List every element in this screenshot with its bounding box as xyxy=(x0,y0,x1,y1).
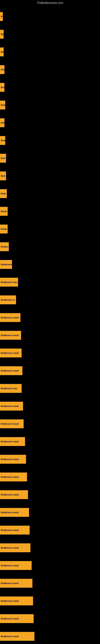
bar-label-23: Bottleneck result xyxy=(1,422,19,425)
bar-25: Bottleneck result xyxy=(0,455,26,464)
bar-24: Bottleneck result xyxy=(0,437,25,446)
bar-row: Bottleneck result xyxy=(0,486,100,504)
bar-row: Bottleneck result xyxy=(0,628,100,644)
bar-row: Bottleneck re xyxy=(0,291,100,309)
bar-1: Bo xyxy=(0,30,3,39)
bar-label-22: Bottleneck result xyxy=(1,405,19,407)
bar-12: Bottle xyxy=(0,224,8,234)
bar-row: B xyxy=(0,8,100,25)
bar-19: Bottleneck result xyxy=(0,348,22,358)
bar-row: Bott xyxy=(0,167,100,185)
bar-row: Bottleneck result xyxy=(0,397,100,415)
bar-row: Bottleneck result xyxy=(0,592,100,610)
bar-label-19: Bottleneck result xyxy=(1,352,19,354)
bar-6: Bot xyxy=(0,118,4,127)
bar-label-11: Bottle xyxy=(1,210,7,212)
bar-20: Bottleneck result xyxy=(0,366,22,375)
bar-row: Bottleneck result xyxy=(0,362,100,380)
bar-9: Bott xyxy=(0,172,6,180)
bar-13: Bottlen xyxy=(0,242,9,251)
bar-row: Bottleneck result xyxy=(0,504,100,521)
bar-label-28: Bottleneck result xyxy=(1,511,19,514)
bar-row: Bot xyxy=(0,114,100,132)
bar-row: Bottleneck result xyxy=(0,521,100,539)
bar-row: Bottleneck result xyxy=(0,433,100,450)
bar-label-31: Bottleneck result xyxy=(1,564,19,567)
bar-row: Bottleneck result xyxy=(0,610,100,628)
bar-26: Bottleneck result xyxy=(0,472,27,482)
bar-row: Bottleneck result xyxy=(0,468,100,486)
bar-label-6: Bot xyxy=(1,122,4,124)
bar-label-2: Bo xyxy=(1,51,3,53)
bar-7: Bott xyxy=(0,136,5,145)
bars-container: BBoBoBotBotBottBotBottBottBottBottlBottl… xyxy=(0,6,100,644)
bar-label-13: Bottlen xyxy=(1,246,8,248)
bar-label-7: Bott xyxy=(1,139,5,142)
bar-29: Bottleneck result xyxy=(0,526,30,534)
bar-row: Bottlen xyxy=(0,238,100,256)
bar-22: Bottleneck result xyxy=(0,402,23,410)
bar-0: B xyxy=(0,12,3,21)
bar-row: Bottleneck resu xyxy=(0,273,100,291)
bar-row: Bottleneck xyxy=(0,256,100,273)
bar-label-24: Bottleneck result xyxy=(1,440,19,443)
bar-label-18: Bottleneck result xyxy=(1,334,19,336)
bar-11: Bottle xyxy=(0,207,8,216)
bar-2: Bo xyxy=(0,48,3,56)
bar-32: Bottleneck result xyxy=(0,579,32,588)
bar-row: Bott xyxy=(0,96,100,114)
bar-31: Bottleneck result xyxy=(0,561,32,570)
bar-label-3: Bot xyxy=(1,68,4,71)
bar-row: Bott xyxy=(0,132,100,149)
bar-row: Bo xyxy=(0,25,100,43)
bar-label-35: Bottleneck result xyxy=(1,635,19,638)
bar-row: Bottleneck result xyxy=(0,309,100,326)
bar-label-9: Bott xyxy=(1,175,5,177)
bar-34: Bottleneck result xyxy=(0,614,34,623)
bar-label-25: Bottleneck result xyxy=(1,458,19,460)
bar-label-10: Bottl xyxy=(1,192,6,195)
bar-row: Bot xyxy=(0,61,100,78)
bar-row: Bottleneck result xyxy=(0,557,100,574)
bar-label-5: Bott xyxy=(1,104,5,106)
bar-10: Bottl xyxy=(0,189,7,198)
bar-5: Bott xyxy=(0,100,5,110)
bar-label-21: Bottleneck resu xyxy=(1,387,17,390)
bar-14: Bottleneck xyxy=(0,260,12,269)
bar-row: Bot xyxy=(0,78,100,96)
bar-label-1: Bo xyxy=(1,33,3,36)
bar-label-34: Bottleneck result xyxy=(1,618,19,620)
bar-row: Bottleneck result xyxy=(0,415,100,433)
bar-label-33: Bottleneck result xyxy=(1,600,19,602)
bar-row: Bottleneck result xyxy=(0,450,100,468)
bar-label-32: Bottleneck result xyxy=(1,582,19,584)
bar-label-12: Bottle xyxy=(1,228,7,230)
bar-row: Bottle xyxy=(0,220,100,238)
site-title: TheBottlenecker.com xyxy=(0,0,100,6)
bar-label-26: Bottleneck result xyxy=(1,476,19,478)
bar-row: Bottleneck result xyxy=(0,574,100,592)
bar-35: Bottleneck result xyxy=(0,632,34,641)
bar-23: Bottleneck result xyxy=(0,420,24,428)
bar-label-29: Bottleneck result xyxy=(1,529,19,531)
bar-15: Bottleneck resu xyxy=(0,278,18,286)
bar-30: Bottleneck result xyxy=(0,544,30,552)
bar-row: Bottl xyxy=(0,185,100,202)
bar-3: Bot xyxy=(0,65,4,74)
bar-row: Bottle xyxy=(0,202,100,220)
bar-17: Bottleneck result xyxy=(0,313,20,322)
bar-row: Bottleneck result xyxy=(0,539,100,557)
bar-row: Bottleneck resu xyxy=(0,380,100,397)
bar-label-0: B xyxy=(1,15,2,18)
bar-33: Bottleneck result xyxy=(0,596,33,605)
bar-row: Bottleneck result xyxy=(0,344,100,362)
bar-18: Bottleneck result xyxy=(0,331,21,340)
bar-label-27: Bottleneck result xyxy=(1,494,19,496)
bar-row: Bottleneck result xyxy=(0,326,100,344)
bar-row: Bo xyxy=(0,43,100,61)
bar-label-17: Bottleneck result xyxy=(1,316,19,319)
bar-16: Bottleneck re xyxy=(0,296,16,304)
bar-label-30: Bottleneck result xyxy=(1,546,19,549)
bar-21: Bottleneck resu xyxy=(0,384,22,393)
bar-label-16: Bottleneck re xyxy=(1,299,15,301)
